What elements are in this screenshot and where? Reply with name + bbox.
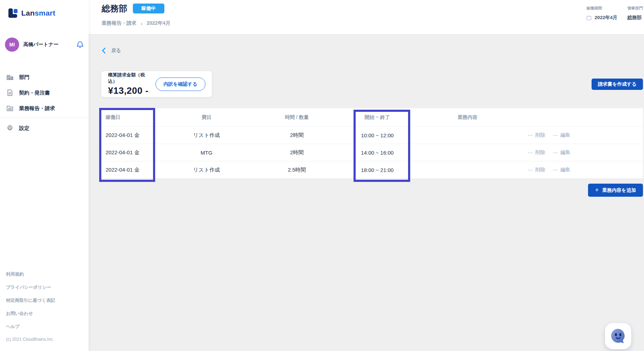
table-row: 2022-04-01 金 MTG 2時間 14:00 ~ 16:00 ⋯削除 ⋯… bbox=[101, 144, 643, 161]
chevron-right-icon: › bbox=[141, 21, 142, 27]
delete-row-button[interactable]: ⋯削除 bbox=[528, 149, 545, 156]
column-header-working-date: 稼働日 bbox=[101, 114, 156, 121]
table-header-row: 稼働日 費目 時間 / 数量 開始 ~ 終了 業務内容 bbox=[101, 108, 643, 127]
column-header-expense-item: 費目 bbox=[156, 114, 257, 121]
status-badge: 稼働中 bbox=[133, 4, 164, 13]
billing-summary-label: 概算請求金額（税込） bbox=[108, 72, 151, 85]
meta-working-period: 稼働期間 2022年4月 bbox=[586, 6, 617, 21]
document-icon bbox=[6, 89, 13, 96]
sidebar-nav: 部門 契約・発注書 業務報告・請求 bbox=[0, 69, 89, 116]
building-icon bbox=[6, 74, 13, 81]
user-row: MI 高橋パートナー bbox=[5, 38, 84, 52]
cell-start-end: 14:00 ~ 16:00 bbox=[337, 150, 418, 156]
create-invoice-button[interactable]: 請求書を作成する bbox=[592, 79, 643, 90]
delete-row-button[interactable]: ⋯削除 bbox=[528, 167, 545, 173]
cell-expense-item: リスト作成 bbox=[156, 167, 257, 173]
meta-value-text: 2022年4月 bbox=[594, 15, 617, 21]
breadcrumb-parent[interactable]: 業務報告・請求 bbox=[102, 20, 136, 27]
ellipsis-icon: ⋯ bbox=[528, 150, 533, 155]
lansmart-logo-icon bbox=[8, 8, 18, 18]
column-header-hours-quantity: 時間 / 数量 bbox=[257, 114, 337, 121]
table-body: 2022-04-01 金 リスト作成 2時間 10:00 ~ 12:00 ⋯削除… bbox=[101, 127, 643, 179]
cell-working-date: 2022-04-01 金 bbox=[101, 167, 156, 173]
meta-label: 管掌部門 bbox=[627, 6, 643, 11]
edit-label: 編集 bbox=[560, 132, 570, 138]
meta-managing-dept: 管掌部門 総務部 bbox=[627, 6, 643, 21]
back-chevron-icon bbox=[101, 47, 107, 54]
sidebar-footer: 利用規約 プライバシーポリシー 特定商取引に基づく表記 お問い合わせ ヘルプ (… bbox=[6, 271, 55, 342]
avatar[interactable]: MI bbox=[5, 38, 19, 52]
cell-hours-quantity: 2時間 bbox=[257, 149, 337, 156]
sidebar-item-reports[interactable]: 業務報告・請求 bbox=[0, 100, 89, 116]
notification-bell-icon[interactable] bbox=[77, 41, 84, 48]
ellipsis-icon: ⋯ bbox=[553, 150, 558, 155]
settings-section: 設定 bbox=[0, 120, 89, 136]
back-button[interactable]: 戻る bbox=[101, 47, 121, 54]
edit-row-button[interactable]: ⋯編集 bbox=[553, 167, 570, 173]
report-folder-icon bbox=[6, 105, 13, 112]
copyright: (c) 2021 CloudBrains,Inc. bbox=[6, 337, 55, 342]
column-header-start-end: 開始 ~ 終了 bbox=[337, 114, 418, 121]
sidebar: Lansmart MI 高橋パートナー 部門 bbox=[0, 0, 89, 351]
row-actions: ⋯削除 ⋯編集 bbox=[517, 149, 643, 156]
gear-icon bbox=[6, 125, 13, 132]
column-header-work-content: 業務内容 bbox=[418, 114, 517, 121]
delete-label: 削除 bbox=[535, 149, 545, 156]
delete-label: 削除 bbox=[535, 132, 545, 138]
meta-value-text: 総務部 bbox=[627, 15, 642, 21]
ellipsis-icon: ⋯ bbox=[528, 167, 533, 173]
work-report-table: 稼働日 費目 時間 / 数量 開始 ~ 終了 業務内容 2022-04-01 金… bbox=[101, 108, 643, 179]
brand-name: Lansmart bbox=[21, 9, 55, 17]
cell-start-end: 10:00 ~ 12:00 bbox=[337, 132, 418, 138]
delete-row-button[interactable]: ⋯削除 bbox=[528, 132, 545, 138]
sidebar-item-contracts[interactable]: 契約・発注書 bbox=[0, 85, 89, 100]
sidebar-item-departments[interactable]: 部門 bbox=[0, 69, 89, 85]
user-name: 高橋パートナー bbox=[23, 41, 77, 48]
cell-working-date: 2022-04-01 金 bbox=[101, 149, 156, 156]
cell-expense-item: リスト作成 bbox=[156, 132, 257, 139]
row-actions: ⋯削除 ⋯編集 bbox=[517, 132, 643, 138]
ellipsis-icon: ⋯ bbox=[528, 132, 533, 138]
view-breakdown-button[interactable]: 内訳を確認する bbox=[156, 77, 205, 91]
cell-expense-item: MTG bbox=[156, 150, 257, 156]
breadcrumb-current: 2022年4月 bbox=[147, 20, 170, 27]
edit-label: 編集 bbox=[560, 149, 570, 156]
row-actions: ⋯削除 ⋯編集 bbox=[517, 167, 643, 173]
sidebar-item-label: 契約・発注書 bbox=[19, 90, 50, 96]
sidebar-divider bbox=[0, 117, 89, 118]
ellipsis-icon: ⋯ bbox=[553, 132, 558, 138]
chat-bubble-face-icon bbox=[609, 327, 627, 345]
ellipsis-icon: ⋯ bbox=[553, 167, 558, 173]
footer-link-contact[interactable]: お問い合わせ bbox=[6, 311, 55, 317]
lansmart-logo[interactable]: Lansmart bbox=[8, 8, 55, 18]
sidebar-item-label: 部門 bbox=[19, 74, 29, 81]
add-work-content-button[interactable]: + 業務内容を追加 bbox=[588, 184, 643, 197]
meta-label: 稼働期間 bbox=[586, 6, 617, 11]
footer-link-commerce-law[interactable]: 特定商取引に基づく表記 bbox=[6, 298, 55, 304]
app-window: Lansmart MI 高橋パートナー 部門 bbox=[0, 0, 644, 351]
page-title: 総務部 bbox=[102, 3, 127, 14]
footer-link-help[interactable]: ヘルプ bbox=[6, 324, 55, 330]
edit-label: 編集 bbox=[560, 167, 570, 173]
brand-name-dark: Lan bbox=[21, 9, 35, 17]
delete-label: 削除 bbox=[535, 167, 545, 173]
footer-link-terms[interactable]: 利用規約 bbox=[6, 271, 55, 277]
sidebar-item-label: 業務報告・請求 bbox=[19, 105, 55, 112]
back-label: 戻る bbox=[111, 47, 121, 54]
edit-row-button[interactable]: ⋯編集 bbox=[553, 149, 570, 156]
billing-amount: ¥13,200 - bbox=[108, 85, 151, 96]
edit-row-button[interactable]: ⋯編集 bbox=[553, 132, 570, 138]
sidebar-item-settings[interactable]: 設定 bbox=[0, 120, 89, 136]
billing-summary-card: 概算請求金額（税込） ¥13,200 - 内訳を確認する bbox=[101, 71, 212, 97]
header-meta: 稼働期間 2022年4月 管掌部門 総務部 bbox=[586, 6, 643, 21]
page-header: 総務部 稼働中 業務報告・請求 › 2022年4月 稼働期間 2022年4月 管… bbox=[89, 0, 644, 34]
chat-widget-button[interactable] bbox=[605, 323, 631, 349]
cell-hours-quantity: 2.5時間 bbox=[257, 167, 337, 173]
cell-start-end: 18:00 ~ 21:00 bbox=[337, 167, 418, 173]
plus-icon: + bbox=[595, 187, 599, 193]
table-row: 2022-04-01 金 リスト作成 2時間 10:00 ~ 12:00 ⋯削除… bbox=[101, 127, 643, 144]
footer-link-privacy[interactable]: プライバシーポリシー bbox=[6, 284, 55, 290]
calendar-icon bbox=[586, 15, 592, 21]
cell-working-date: 2022-04-01 金 bbox=[101, 132, 156, 139]
brand-name-blue: smart bbox=[35, 9, 55, 17]
